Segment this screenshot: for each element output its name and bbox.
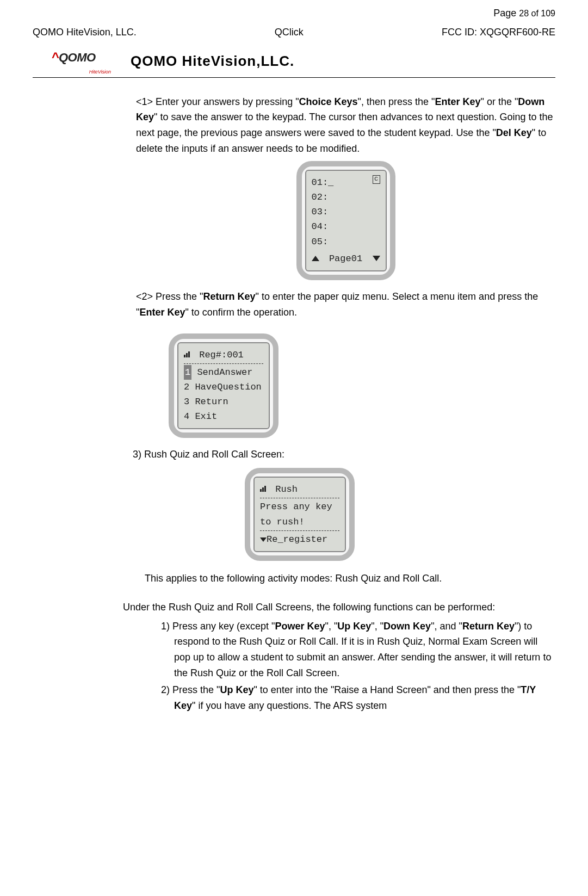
bold-enter-key: Enter Key: [435, 96, 480, 107]
rush-line-1: Press any key: [260, 499, 339, 514]
text-span: " to save the answer to the keypad. The …: [136, 112, 553, 138]
brand-title: QOMO HiteVision,LLC.: [131, 50, 294, 73]
header-row: QOMO HiteVision, LLC. QClick FCC ID: XQG…: [33, 24, 555, 40]
rush-line-2: to rush!: [260, 515, 339, 529]
device-header-row: Reg#:001: [184, 348, 263, 362]
applies-to-paragraph: This applies to the following activity m…: [145, 571, 555, 586]
header-rule: [33, 77, 555, 78]
function-item-2: 2) Press the "Up Key" to enter into the …: [158, 682, 555, 714]
step-2-paragraph: <2> Press the "Return Key" to enter the …: [136, 289, 555, 320]
page-current: 28: [519, 9, 529, 18]
device-line-1: 01:_: [312, 175, 334, 190]
header-company: QOMO HiteVision, LLC.: [33, 24, 137, 40]
bold-del-key: Del Key: [496, 127, 532, 138]
device-menu-2: 2 HaveQuestion: [184, 380, 263, 394]
dashed-divider: [260, 498, 339, 498]
dashed-divider: [184, 363, 263, 364]
device-frame: 01:_C 02: 03: 04: 05: Page01: [296, 161, 395, 280]
text-span: " to enter into the "Raise a Hand Screen…: [253, 684, 521, 695]
page-number-line: Page 28 of 109: [33, 5, 555, 21]
functions-intro-paragraph: Under the Rush Quiz and Roll Call Screen…: [98, 600, 555, 615]
text-span: 2) Press the ": [161, 684, 220, 695]
function-list: 1) Press any key (except "Power Key", "U…: [158, 619, 555, 714]
menu-sendanswer: SendAnswer: [191, 367, 252, 378]
device-line-3: 03:: [312, 205, 380, 219]
text-span: ", ": [325, 621, 338, 632]
item-3-heading: 3) Rush Quiz and Roll Call Screen:: [133, 447, 555, 462]
qomo-logo: ^QOMO HiteVision: [33, 48, 114, 75]
device-frame: Rush Press any key to rush! Re_register: [245, 468, 355, 561]
bold-power-key: Power Key: [275, 621, 325, 632]
text-span: ", ": [371, 621, 383, 632]
triangle-down-icon: [260, 537, 267, 542]
header-product: QClick: [275, 24, 304, 40]
triangle-up-icon: [312, 256, 319, 261]
triangle-down-icon: [373, 256, 380, 261]
device-menu-4: 4 Exit: [184, 409, 263, 424]
device-row: 01:_C: [312, 175, 380, 190]
device-menu-3: 3 Return: [184, 394, 263, 409]
device-reg-label: Reg#:001: [194, 350, 244, 360]
logo-qomo-text: QOMO: [59, 51, 96, 64]
c-box-icon: C: [373, 175, 380, 184]
device-rush-header: Rush: [260, 482, 339, 497]
signal-icon: [260, 484, 270, 492]
step-1-paragraph: <1> Enter your answers by pressing "Choi…: [136, 94, 555, 157]
menu-number-highlight: 1: [184, 365, 191, 380]
function-item-1: 1) Press any key (except "Power Key", "U…: [158, 619, 555, 681]
signal-icon: [184, 350, 194, 357]
device-footer-row: Page01: [312, 251, 380, 266]
re-register-label: Re_register: [267, 534, 327, 545]
device-line-5: 05:: [312, 234, 380, 249]
bold-down-key: Down Key: [383, 621, 431, 632]
document-page: Page 28 of 109 QOMO HiteVision, LLC. QCl…: [0, 0, 588, 736]
device-line-2: 02:: [312, 190, 380, 205]
bold-up-key: Up Key: [337, 621, 371, 632]
text-span: ", then press the ": [358, 96, 435, 107]
text-span: " if you have any questions. The ARS sys…: [192, 700, 387, 711]
bold-enter-key-2: Enter Key: [139, 307, 185, 318]
brand-row: ^QOMO HiteVision QOMO HiteVision,LLC.: [33, 48, 555, 75]
bold-choice-keys: Choice Keys: [299, 96, 358, 107]
device-figure-3: Rush Press any key to rush! Re_register: [245, 468, 555, 561]
main-content: <1> Enter your answers by pressing "Choi…: [136, 94, 555, 586]
lower-content: Under the Rush Quiz and Roll Call Screen…: [98, 600, 555, 714]
device-screen-rush: Rush Press any key to rush! Re_register: [253, 477, 346, 552]
text-span: " to confirm the operation.: [185, 307, 297, 318]
device-figure-1: 01:_C 02: 03: 04: 05: Page01: [136, 161, 555, 280]
text-span: ", and ": [431, 621, 462, 632]
logo-caret-icon: ^: [51, 50, 59, 64]
bold-up-key-2: Up Key: [220, 684, 253, 695]
dashed-divider: [260, 530, 339, 531]
logo-main-text: ^QOMO: [51, 47, 95, 67]
text-span: <2> Press the ": [136, 291, 203, 302]
text-span: " or the ": [481, 96, 518, 107]
text-span: <1> Enter your answers by pressing ": [136, 96, 299, 107]
bold-return-key: Return Key: [203, 291, 255, 302]
rush-title: Rush: [270, 484, 298, 495]
device-screen-page01: 01:_C 02: 03: 04: 05: Page01: [305, 170, 387, 271]
rush-footer-row: Re_register: [260, 532, 339, 547]
device-figure-2: Reg#:001 1 SendAnswer 2 HaveQuestion 3 R…: [169, 333, 555, 438]
device-line-4: 04:: [312, 219, 380, 234]
device-page-label: Page01: [329, 251, 362, 266]
page-label-prefix: Page: [493, 8, 519, 18]
text-span: 1) Press any key (except ": [161, 621, 275, 632]
page-of: of 109: [529, 9, 555, 18]
device-menu-1: 1 SendAnswer: [184, 365, 263, 380]
header-fccid: FCC ID: XQGQRF600-RE: [442, 24, 555, 40]
logo-sub-text: HiteVision: [89, 68, 111, 76]
bold-return-key-2: Return Key: [462, 621, 515, 632]
device-screen-menu: Reg#:001 1 SendAnswer 2 HaveQuestion 3 R…: [177, 342, 270, 430]
device-frame: Reg#:001 1 SendAnswer 2 HaveQuestion 3 R…: [169, 333, 278, 438]
